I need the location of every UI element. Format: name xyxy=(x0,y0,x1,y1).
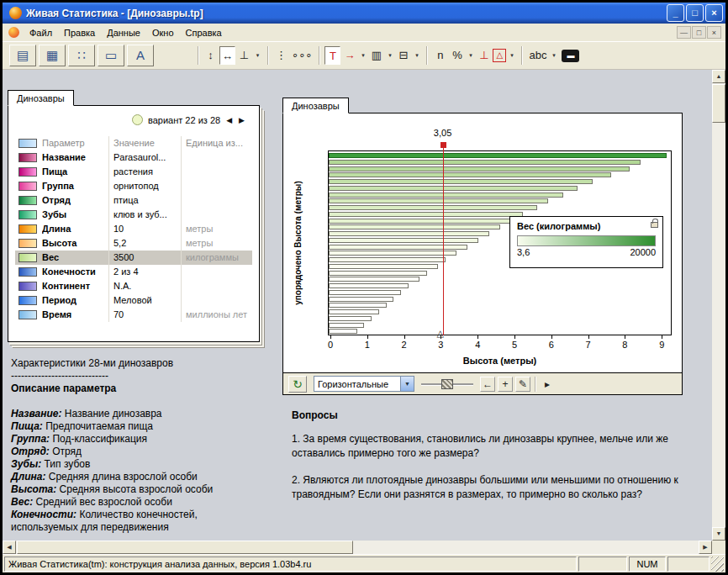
chart-bar[interactable] xyxy=(329,329,357,334)
table-row[interactable]: Пищарастения xyxy=(15,165,252,179)
table-row[interactable]: Время70миллионы лет xyxy=(15,308,252,322)
back-button[interactable]: ← xyxy=(480,377,495,392)
legend-key-icon[interactable]: ▬ xyxy=(562,50,579,62)
hat-plot-icon-dropdown[interactable]: ▾ xyxy=(412,46,421,65)
chart-bar[interactable] xyxy=(329,257,446,262)
chart-bar[interactable] xyxy=(329,219,512,224)
count-n-icon[interactable]: n xyxy=(432,46,448,65)
vertical-scrollbar[interactable]: ▲ ▼ xyxy=(712,70,725,541)
table-row[interactable]: Зубыклюв и зуб... xyxy=(15,208,252,222)
plot-view-icon[interactable]: ∷ xyxy=(68,45,95,66)
resize-grip[interactable] xyxy=(711,557,724,572)
child-close-button[interactable]: × xyxy=(707,26,721,39)
lock-icon[interactable] xyxy=(651,222,658,228)
scroll-left-button[interactable]: ◀ xyxy=(3,541,16,554)
chart-bar[interactable] xyxy=(329,283,409,288)
chart-bar[interactable] xyxy=(329,193,563,198)
play-button[interactable]: ▸ xyxy=(540,377,555,392)
title-bar[interactable]: Живая Статистика - [Динозавры.tp] _□× xyxy=(3,3,725,24)
chart-bar[interactable] xyxy=(329,238,478,243)
slider-handle[interactable] xyxy=(441,379,453,389)
previous-case-button[interactable]: ◀ xyxy=(225,116,233,124)
next-case-button[interactable]: ▶ xyxy=(238,116,245,124)
horizontal-scrollbar[interactable]: ◀ ▶ xyxy=(3,541,712,554)
slide-view-icon[interactable]: ▭ xyxy=(98,45,124,66)
column-header-value[interactable]: Значение xyxy=(109,136,182,150)
column-header-unit[interactable]: Единица из... xyxy=(182,136,252,150)
delta-icon-dropdown[interactable]: ▾ xyxy=(507,46,516,65)
chart-bar[interactable] xyxy=(329,153,667,158)
chart-bar[interactable] xyxy=(329,245,467,250)
chart-bar[interactable] xyxy=(329,212,523,217)
table-row[interactable]: КонтинентN.A. xyxy=(15,279,252,293)
menu-item-4[interactable]: Справка xyxy=(180,25,228,40)
add-case-button[interactable]: + xyxy=(498,377,513,392)
chart-bar[interactable] xyxy=(329,172,611,177)
table-row[interactable]: Длина10метры xyxy=(15,222,252,236)
mean-marker-icon-dropdown[interactable]: ▾ xyxy=(358,46,367,65)
chart-bar[interactable] xyxy=(329,297,393,302)
table-row[interactable]: Высота5,2метры xyxy=(15,236,252,251)
spread-dots-icon[interactable]: ∘∘∘ xyxy=(290,46,314,65)
param-value[interactable]: Parasaurol... xyxy=(109,150,182,165)
chart-bar[interactable] xyxy=(329,224,500,229)
menu-item-0[interactable]: Файл xyxy=(24,25,58,40)
reference-line-icon[interactable]: T xyxy=(324,46,340,65)
table-row[interactable]: Отрядптица xyxy=(15,193,252,208)
scroll-up-button[interactable]: ▲ xyxy=(712,70,725,83)
icon-size-slider[interactable] xyxy=(421,377,473,391)
table-row[interactable]: ПериодМеловой xyxy=(15,293,252,308)
hat-plot-icon[interactable]: ⊟ xyxy=(395,46,411,65)
ruler-icon[interactable]: ⊥ xyxy=(476,46,492,65)
table-view-icon[interactable]: ▦ xyxy=(39,45,66,66)
param-value[interactable]: 2 из 4 xyxy=(109,265,182,279)
axis-vertical-icon[interactable]: ↕ xyxy=(203,46,219,65)
mean-marker-icon[interactable]: → xyxy=(341,46,357,65)
chart-bar[interactable] xyxy=(329,316,372,321)
card-window-tab[interactable]: Динозавры xyxy=(8,90,74,106)
text-view-icon[interactable]: A xyxy=(127,45,154,66)
text-label-icon[interactable]: abc xyxy=(527,46,548,65)
card-window[interactable]: вариант 22 из 28 ◀ ▶ ПараметрЗначениеЕди… xyxy=(8,105,260,342)
chart-bar[interactable] xyxy=(329,251,456,256)
plot-window[interactable]: упорядочено Высота (метры) 3,05 △ 012345… xyxy=(282,113,683,373)
param-value[interactable]: Меловой xyxy=(109,293,182,308)
minimize-button[interactable]: _ xyxy=(667,4,684,22)
param-value[interactable]: растения xyxy=(109,165,182,179)
plot-type-select[interactable]: Горизонтальные ▼ xyxy=(314,376,414,392)
menu-item-1[interactable]: Правка xyxy=(58,25,101,40)
chevron-down-icon[interactable]: ▼ xyxy=(400,377,414,391)
param-value[interactable]: 3500 xyxy=(109,251,182,265)
percent-icon-dropdown[interactable]: ▾ xyxy=(466,46,475,65)
text-label-icon-dropdown[interactable]: ▾ xyxy=(549,46,558,65)
reference-line[interactable] xyxy=(443,144,444,335)
chart-bar[interactable] xyxy=(329,309,379,314)
chart-bar[interactable] xyxy=(329,290,401,295)
chart-bar[interactable] xyxy=(329,231,489,236)
plot-window-tab[interactable]: Динозавры xyxy=(282,98,349,113)
horizontal-scroll-thumb[interactable] xyxy=(17,541,353,554)
axis-options-icon-dropdown[interactable]: ▾ xyxy=(253,46,262,65)
bins-icon[interactable]: ▥ xyxy=(368,46,384,65)
chart-bar[interactable] xyxy=(329,186,578,191)
table-row[interactable]: Группаорнитопод xyxy=(15,179,252,193)
chart-bar[interactable] xyxy=(329,166,630,171)
axis-marker-icon[interactable]: △ xyxy=(436,328,443,338)
table-row[interactable]: Вес3500килограммы xyxy=(15,251,252,265)
table-row[interactable]: НазваниеParasaurol... xyxy=(15,150,252,165)
reference-line-handle[interactable] xyxy=(440,142,446,148)
color-legend[interactable]: Вес (килограммы) 3,6 20000 xyxy=(509,216,663,268)
chart-bar[interactable] xyxy=(329,264,438,269)
draw-tool-button[interactable]: ✎ xyxy=(515,377,530,392)
stack-dots-icon[interactable]: ⋮ xyxy=(273,46,289,65)
chart-bar[interactable] xyxy=(329,277,419,282)
child-minimize-button[interactable]: — xyxy=(677,26,691,39)
menu-item-3[interactable]: Окно xyxy=(146,25,180,40)
table-row[interactable]: Конечности2 из 4 xyxy=(15,265,252,279)
param-value[interactable]: 5,2 xyxy=(109,236,182,251)
param-value[interactable]: N.A. xyxy=(109,279,182,293)
chart-bar[interactable] xyxy=(329,160,641,165)
chart-bar[interactable] xyxy=(329,271,427,276)
bins-icon-dropdown[interactable]: ▾ xyxy=(385,46,394,65)
percent-icon[interactable]: % xyxy=(449,46,465,65)
